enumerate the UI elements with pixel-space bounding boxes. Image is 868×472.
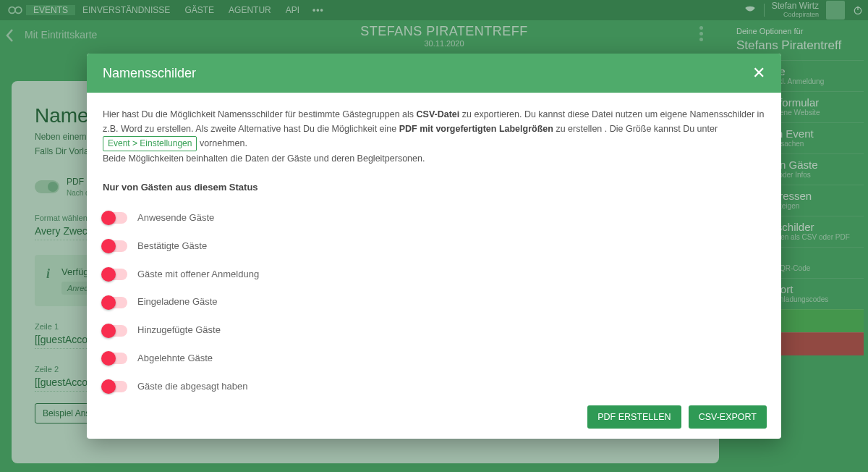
csv-export-button[interactable]: CSV-EXPORT bbox=[689, 405, 767, 429]
toggle-hinzugefuegt[interactable] bbox=[103, 325, 127, 337]
status-option-offen: Gäste mit offener Anmeldung bbox=[103, 261, 765, 289]
modal-title: Namensschilder bbox=[103, 66, 196, 81]
status-option-bestaetigt: Bestätigte Gäste bbox=[103, 232, 765, 261]
toggle-abgelehnt[interactable] bbox=[103, 353, 127, 364]
status-option-abgesagt: Gäste die abgesagt haben bbox=[103, 373, 765, 395]
modal: Namensschilder ✕ Hier hast Du die Möglic… bbox=[87, 54, 781, 439]
modal-footer: PDF ERSTELLEN CSV-EXPORT bbox=[87, 395, 781, 439]
pdf-create-button[interactable]: PDF ERSTELLEN bbox=[587, 405, 681, 429]
toggle-eingeladen[interactable] bbox=[103, 297, 127, 308]
status-section-title: Nur von Gästen aus diesem Status bbox=[103, 180, 765, 195]
close-icon[interactable]: ✕ bbox=[752, 65, 765, 81]
status-option-eingeladen: Eingeladene Gäste bbox=[103, 288, 765, 316]
status-option-abgelehnt: Abgelehnte Gäste bbox=[103, 345, 765, 373]
modal-body: Hier hast Du die Möglichkeit Namensschil… bbox=[87, 93, 781, 395]
event-settings-link[interactable]: Event > Einstellungen bbox=[103, 136, 197, 151]
toggle-abgesagt[interactable] bbox=[103, 381, 127, 392]
modal-paragraph-1: Hier hast Du die Möglichkeit Namensschil… bbox=[103, 107, 765, 151]
toggle-offen[interactable] bbox=[103, 269, 127, 280]
modal-header: Namensschilder ✕ bbox=[87, 54, 781, 93]
status-option-anwesend: Anwesende Gäste bbox=[103, 204, 765, 232]
toggle-bestaetigt[interactable] bbox=[103, 240, 127, 252]
modal-paragraph-2: Beide Möglichkeiten beinhalten die Daten… bbox=[103, 151, 765, 166]
status-option-hinzugefuegt: Hinzugefügte Gäste bbox=[103, 316, 765, 345]
toggle-anwesend[interactable] bbox=[103, 212, 127, 224]
